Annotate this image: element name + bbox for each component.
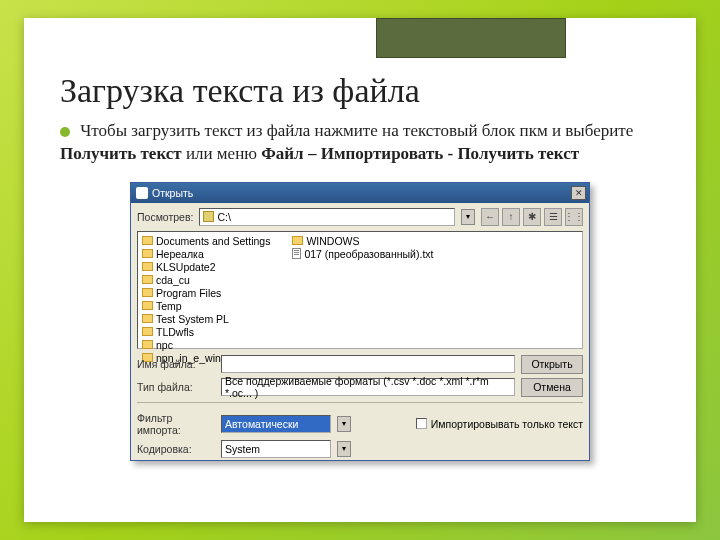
folder-icon bbox=[142, 236, 153, 245]
item-label: Documents and Settings bbox=[156, 235, 270, 247]
dialog-icon bbox=[136, 187, 148, 199]
list-item[interactable]: npc bbox=[142, 339, 270, 351]
list-item[interactable]: WINDOWS bbox=[292, 235, 433, 247]
list-item[interactable]: cda_cu bbox=[142, 274, 270, 286]
drive-icon bbox=[203, 211, 214, 222]
import-filter-combo[interactable]: Автоматически bbox=[221, 415, 331, 433]
list-item[interactable]: Temp bbox=[142, 300, 270, 312]
import-filter-label: Фильтр импорта: bbox=[137, 412, 215, 436]
folder-icon bbox=[142, 314, 153, 323]
folder-icon bbox=[142, 275, 153, 284]
item-label: KLSUpdate2 bbox=[156, 261, 216, 273]
encoding-label: Кодировка: bbox=[137, 443, 215, 455]
item-label: TLDwfls bbox=[156, 326, 194, 338]
titlebar: Открыть ✕ bbox=[131, 183, 589, 203]
nav-back-button[interactable]: ← bbox=[481, 208, 499, 226]
filename-label: Имя файла: bbox=[137, 358, 215, 370]
text-file-icon bbox=[292, 248, 301, 259]
list-item[interactable]: Нереалка bbox=[142, 248, 270, 260]
lookin-combo[interactable]: C:\ bbox=[199, 208, 455, 226]
bold-get-text: Получить текст bbox=[60, 144, 182, 163]
only-text-checkbox[interactable] bbox=[416, 418, 427, 429]
lookin-value: C:\ bbox=[217, 211, 230, 223]
body-mid: или меню bbox=[186, 144, 261, 163]
folder-icon bbox=[292, 236, 303, 245]
lookin-dropdown-button[interactable]: ▾ bbox=[461, 209, 475, 225]
nav-view-list-button[interactable]: ☰ bbox=[544, 208, 562, 226]
list-item[interactable]: Documents and Settings bbox=[142, 235, 270, 247]
nav-new-folder-button[interactable]: ✱ bbox=[523, 208, 541, 226]
list-item[interactable]: Program Files bbox=[142, 287, 270, 299]
filetype-combo[interactable]: Все поддерживаемые форматы (*.csv *.doc … bbox=[221, 378, 515, 396]
nav-view-details-button[interactable]: ⋮⋮ bbox=[565, 208, 583, 226]
import-filter-dropdown-button[interactable]: ▾ bbox=[337, 416, 351, 432]
filetype-label: Тип файла: bbox=[137, 381, 215, 393]
body-prefix: Чтобы загрузить текст из файла нажмите н… bbox=[80, 121, 633, 140]
close-button[interactable]: ✕ bbox=[571, 186, 586, 200]
file-list-pane[interactable]: Documents and SettingsНереалкаKLSUpdate2… bbox=[137, 231, 583, 349]
folder-icon bbox=[142, 262, 153, 271]
encoding-dropdown-button[interactable]: ▾ bbox=[337, 441, 351, 457]
list-item[interactable]: TLDwfls bbox=[142, 326, 270, 338]
open-file-dialog: Открыть ✕ Посмотрев: C:\ ▾ ← ↑ ✱ ☰ bbox=[130, 182, 590, 461]
cancel-button[interactable]: Отмена bbox=[521, 378, 583, 397]
item-label: 017 (преобразованный).txt bbox=[304, 248, 433, 260]
only-text-label: Импортировывать только текст bbox=[431, 418, 583, 430]
item-label: Temp bbox=[156, 300, 182, 312]
item-label: npc bbox=[156, 339, 173, 351]
item-label: Нереалка bbox=[156, 248, 204, 260]
open-button[interactable]: Открыть bbox=[521, 355, 583, 374]
folder-icon bbox=[142, 288, 153, 297]
list-item[interactable]: Test System PL bbox=[142, 313, 270, 325]
item-label: cda_cu bbox=[156, 274, 190, 286]
slide-body: Чтобы загрузить текст из файла нажмите н… bbox=[60, 120, 660, 166]
item-label: Program Files bbox=[156, 287, 221, 299]
folder-icon bbox=[142, 327, 153, 336]
item-label: WINDOWS bbox=[306, 235, 359, 247]
list-item[interactable]: 017 (преобразованный).txt bbox=[292, 248, 433, 260]
bullet-icon bbox=[60, 127, 70, 137]
encoding-combo[interactable]: System bbox=[221, 440, 331, 458]
divider bbox=[137, 402, 583, 403]
item-label: Test System PL bbox=[156, 313, 229, 325]
decorative-header-box bbox=[376, 18, 566, 58]
dialog-title: Открыть bbox=[152, 187, 193, 199]
folder-icon bbox=[142, 340, 153, 349]
folder-icon bbox=[142, 301, 153, 310]
bold-menu-path: Файл – Импортировать - Получить текст bbox=[261, 144, 579, 163]
lookin-label: Посмотрев: bbox=[137, 211, 193, 223]
folder-icon bbox=[142, 249, 153, 258]
slide-title: Загрузка текста из файла bbox=[60, 72, 660, 110]
nav-up-button[interactable]: ↑ bbox=[502, 208, 520, 226]
filename-input[interactable] bbox=[221, 355, 515, 373]
list-item[interactable]: KLSUpdate2 bbox=[142, 261, 270, 273]
